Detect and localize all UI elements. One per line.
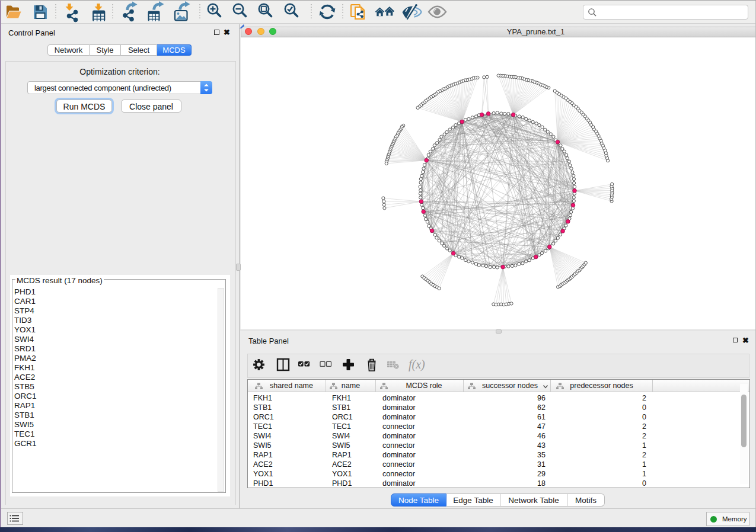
svg-text:f(x): f(x): [409, 358, 425, 371]
